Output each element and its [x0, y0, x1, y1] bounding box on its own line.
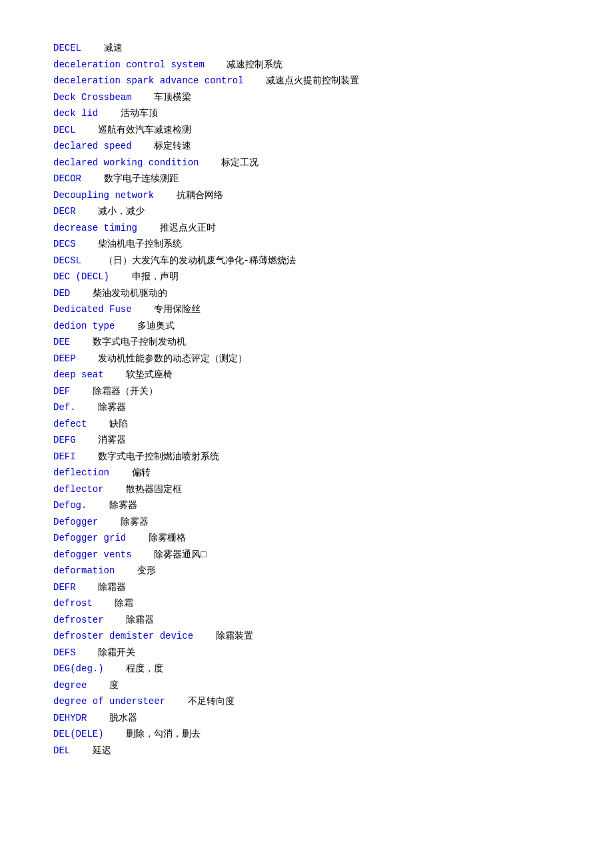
list-item: defogger vents 除雾器通风□ — [53, 547, 560, 563]
definition-text: 推迟点火正时 — [137, 223, 216, 233]
term-text: DECSL — [53, 255, 81, 266]
term-text: declared speed — [53, 141, 132, 151]
list-item: declared speed 标定转速 — [53, 138, 560, 155]
list-item: DECEL 减速 — [53, 40, 560, 57]
list-item: dedion type 多迪奥式 — [53, 318, 560, 335]
definition-text: 数字式电子控制燃油喷射系统 — [76, 451, 220, 462]
term-text: DEFS — [53, 647, 76, 658]
definition-text: 减速点火提前控制装置 — [244, 75, 360, 86]
definition-text: 数字式电子控制发动机 — [70, 337, 186, 347]
list-item: degree 度 — [53, 677, 560, 694]
term-text: defect — [53, 419, 87, 429]
definition-text: 减速控制系统 — [205, 59, 283, 70]
term-text: deflection — [53, 467, 109, 478]
term-text: Def. — [53, 402, 76, 413]
definition-text: 不足转向度 — [165, 696, 235, 707]
list-item: Defogger grid 除雾栅格 — [53, 530, 560, 547]
list-item: DEHYDR 脱水器 — [53, 710, 560, 727]
term-text: Defog. — [53, 500, 87, 511]
dictionary-content: DECEL 减速deceleration control system 减速控制… — [53, 40, 560, 759]
term-text: deformation — [53, 565, 115, 576]
term-text: DEL(DELE) — [53, 729, 104, 739]
definition-text: 标定工况 — [199, 157, 259, 168]
term-text: deck lid — [53, 108, 98, 119]
list-item: Deck Crossbeam 车顶横梁 — [53, 89, 560, 106]
definition-text: 延迟 — [70, 745, 111, 756]
list-item: DEC (DECL) 申报，声明 — [53, 269, 560, 285]
list-item: DEFG 消雾器 — [53, 432, 560, 449]
definition-text: 除霜 — [93, 598, 134, 609]
list-item: Defog. 除雾器 — [53, 497, 560, 514]
term-text: defroster — [53, 615, 104, 625]
term-text: declared working condition — [53, 157, 199, 168]
definition-text: 除雾器 — [76, 402, 127, 413]
term-text: DEFG — [53, 435, 76, 445]
definition-text: 缺陷 — [87, 419, 128, 429]
list-item: Dedicated Fuse 专用保险丝 — [53, 301, 560, 318]
term-text: Deck Crossbeam — [53, 92, 132, 103]
term-text: DECS — [53, 239, 76, 249]
term-text: deflector — [53, 484, 104, 495]
definition-text: 多迪奥式 — [115, 321, 175, 331]
term-text: DEC (DECL) — [53, 271, 109, 282]
list-item: defroster demister device 除霜装置 — [53, 628, 560, 645]
term-text: dedion type — [53, 321, 115, 331]
list-item: defrost 除霜 — [53, 595, 560, 612]
list-item: deck lid 活动车顶 — [53, 105, 560, 122]
list-item: declared working condition 标定工况 — [53, 155, 560, 171]
list-item: DEF 除霜器（开关） — [53, 383, 560, 400]
term-text: DEFI — [53, 451, 76, 462]
list-item: Defogger 除雾器 — [53, 514, 560, 531]
term-text: Defogger — [53, 517, 98, 527]
list-item: Decoupling network 抗耦合网络 — [53, 187, 560, 204]
definition-text: 散热器固定框 — [104, 484, 183, 495]
term-text: DECOR — [53, 173, 81, 184]
list-item: DECR 减小，减少 — [53, 203, 560, 220]
term-text: DEHYDR — [53, 713, 87, 723]
term-text: defogger vents — [53, 549, 132, 560]
list-item: DEL 延迟 — [53, 743, 560, 759]
definition-text: 巡航有效汽车减速检测 — [76, 125, 192, 135]
list-item: deflector 散热器固定框 — [53, 481, 560, 498]
term-text: defroster demister device — [53, 631, 193, 641]
list-item: DEEP 发动机性能参数的动态评定（测定） — [53, 351, 560, 367]
list-item: deflection 偏转 — [53, 465, 560, 481]
definition-text: 度 — [87, 680, 119, 691]
list-item: degree of understeer 不足转向度 — [53, 693, 560, 710]
list-item: DEE 数字式电子控制发动机 — [53, 334, 560, 351]
term-text: Defogger grid — [53, 533, 126, 543]
definition-text: 除霜器（开关） — [70, 386, 158, 397]
definition-text: 除雾栅格 — [126, 533, 186, 543]
list-item: Def. 除雾器 — [53, 399, 560, 416]
term-text: DEE — [53, 337, 70, 347]
definition-text: 软垫式座椅 — [104, 369, 173, 380]
definition-text: 专用保险丝 — [132, 304, 201, 315]
definition-text: 柴油发动机驱动的 — [70, 288, 167, 299]
list-item: defect 缺陷 — [53, 416, 560, 433]
definition-text: 程度，度 — [104, 663, 164, 674]
definition-text: 减小，减少 — [76, 206, 145, 217]
definition-text: 除雾器 — [98, 517, 149, 527]
list-item: deceleration control system 减速控制系统 — [53, 57, 560, 73]
list-item: DECL 巡航有效汽车减速检测 — [53, 122, 560, 139]
term-text: DEEP — [53, 353, 76, 364]
list-item: decrease timing 推迟点火正时 — [53, 220, 560, 237]
term-text: DECR — [53, 206, 76, 217]
term-text: degree of understeer — [53, 696, 165, 707]
term-text: DEL — [53, 745, 70, 756]
definition-text: 变形 — [115, 565, 156, 576]
definition-text: 申报，声明 — [109, 271, 179, 282]
definition-text: 删除，勾消，删去 — [104, 729, 201, 739]
term-text: deceleration control system — [53, 59, 205, 70]
term-text: DECL — [53, 125, 76, 135]
definition-text: 除雾器 — [87, 500, 137, 511]
definition-text: 消雾器 — [76, 435, 127, 445]
list-item: DEFR 除霜器 — [53, 579, 560, 596]
list-item: deceleration spark advance control 减速点火提… — [53, 73, 560, 89]
term-text: DEG(deg.) — [53, 663, 104, 674]
list-item: DECSL （日）大发汽车的发动机废气净化-稀薄燃烧法 — [53, 253, 560, 269]
list-item: DEL(DELE) 删除，勾消，删去 — [53, 726, 560, 743]
list-item: DEG(deg.) 程度，度 — [53, 661, 560, 677]
definition-text: 除霜开关 — [76, 647, 136, 658]
definition-text: 偏转 — [109, 467, 151, 478]
